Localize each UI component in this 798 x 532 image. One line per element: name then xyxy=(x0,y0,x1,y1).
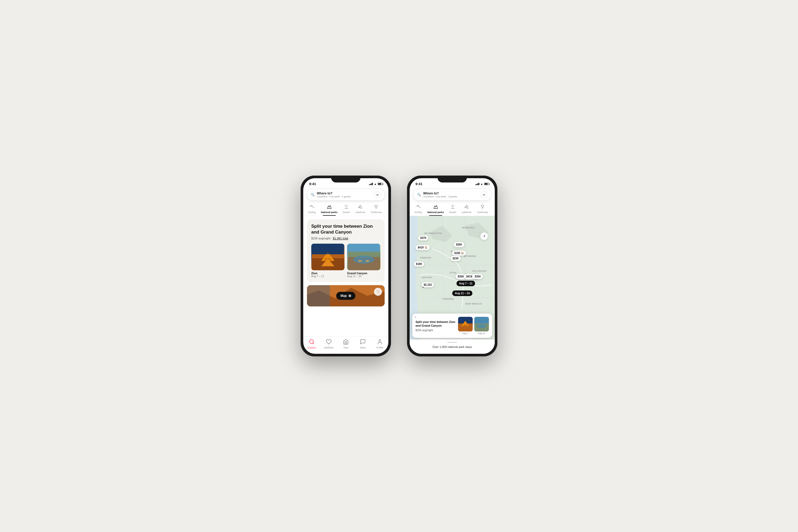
treehouse-icon-right xyxy=(480,204,485,210)
price-2152-label: $2,152 xyxy=(424,283,432,286)
price-pin-185[interactable]: $185 🏠 xyxy=(452,251,466,255)
nav-wishlists-left[interactable]: Wishlists xyxy=(320,339,337,349)
cat-lakefront-left[interactable]: Lakefront xyxy=(353,203,368,216)
categories-left: Surfing National parks Desert xyxy=(303,203,388,216)
price-185-label: $185 xyxy=(454,252,460,254)
map-button-label-left: Map xyxy=(341,294,347,298)
surfing-icon-left xyxy=(309,204,315,210)
search-sub-left: Anywhere · Any week · 2 guests xyxy=(317,195,372,198)
cat-treehouse-left[interactable]: Treehouse xyxy=(368,203,385,216)
signal-bars-right xyxy=(475,183,479,185)
price-376-label: $376 xyxy=(420,236,426,240)
price-pin-235[interactable]: $235 xyxy=(451,256,461,261)
svg-text:WYOMING: WYOMING xyxy=(464,255,476,258)
price-pin-350c[interactable]: $350 xyxy=(473,274,483,279)
itinerary-price-left: $256 avg/night · $1,991 total xyxy=(311,237,380,240)
bar1 xyxy=(369,184,370,185)
map-handle xyxy=(448,342,457,343)
cat-desert-right[interactable]: Desert xyxy=(446,203,459,216)
categories-right: Surfing National parks Desert xyxy=(410,203,495,216)
map-card-close[interactable]: ✕ xyxy=(414,316,417,318)
svg-point-18 xyxy=(379,340,381,342)
status-time-right: 9:41 xyxy=(416,182,422,186)
cat-label-treehouse-right: Treehouse xyxy=(477,211,488,214)
nav-trips-left[interactable]: Trips xyxy=(337,339,354,349)
price-pin-419a[interactable]: $419 🏠 xyxy=(416,245,429,250)
itinerary-total-price-left: $1,991 total xyxy=(333,237,348,240)
map-card-overlay[interactable]: ✕ Split your time between Zion and Grand… xyxy=(412,314,492,338)
cat-label-treehouse-left: Treehouse xyxy=(370,211,382,214)
home-icon-419a: 🏠 xyxy=(424,246,428,249)
cat-label-lakefront-right: Lakefront xyxy=(461,211,472,214)
wishlist-button-left[interactable]: ♡ xyxy=(374,288,382,296)
svg-text:COLORADO: COLORADO xyxy=(472,270,487,272)
nav-label-wishlists-left: Wishlists xyxy=(324,346,334,349)
cat-national-parks-left[interactable]: National parks xyxy=(318,203,340,216)
nav-label-explore-left: Explore xyxy=(308,346,316,349)
map-card-price: $256 avg/night xyxy=(416,329,455,332)
nav-label-trips-left: Trips xyxy=(343,346,348,349)
zion-image xyxy=(311,244,344,270)
status-time-left: 9:41 xyxy=(309,182,316,186)
price-350c-label: $350 xyxy=(475,275,481,278)
cat-label-national-parks-right: National parks xyxy=(428,211,444,214)
map-full[interactable]: WASHINGTON MONTANA OREGON IDAHO WYOMING … xyxy=(410,216,495,354)
price-pin-376[interactable]: $376 xyxy=(418,235,428,241)
signal-bars-left xyxy=(369,183,373,185)
price-419a-label: $419 xyxy=(418,246,423,249)
svg-rect-12 xyxy=(359,260,362,262)
price-pin-2152[interactable]: $2,152 xyxy=(422,282,434,287)
search-bar-right[interactable]: 🔍 Where to? Anywhere · Any week · 2 gues… xyxy=(413,189,491,200)
svg-rect-43 xyxy=(463,325,467,326)
svg-rect-7 xyxy=(312,244,344,254)
map-card-title: Split your time between Zion and Grand C… xyxy=(416,320,455,328)
battery-icon-right xyxy=(484,183,489,185)
destination-images-left: Zion Aug 7 – 11 xyxy=(311,244,380,278)
treehouse-icon-left xyxy=(374,204,379,210)
nav-profile-left[interactable]: Profile xyxy=(371,339,388,349)
price-pin-180[interactable]: $180 xyxy=(414,262,424,267)
battery-fill-right xyxy=(484,183,488,185)
map-card-img-aug11: Aug 11 xyxy=(474,317,489,335)
cat-desert-left[interactable]: Desert xyxy=(340,203,353,216)
date-aug7-11-label: Aug 7 – 11 xyxy=(459,282,472,285)
search-bar-left[interactable]: 🔍 Where to? Anywhere · Any week · 2 gues… xyxy=(307,189,385,200)
cat-treehouse-right[interactable]: Treehouse xyxy=(474,203,491,216)
itinerary-avg-price-left: $256 avg/night xyxy=(311,237,330,240)
rbar1 xyxy=(475,184,476,185)
cat-label-desert-left: Desert xyxy=(343,211,350,214)
surfing-icon-right xyxy=(416,204,421,210)
bar3 xyxy=(371,183,372,185)
nav-label-inbox-left: Inbox xyxy=(360,346,366,349)
search-main-left: Where to? xyxy=(317,191,372,195)
profile-icon-left xyxy=(377,339,383,345)
filter-button-left[interactable]: ⇄ xyxy=(374,191,381,198)
cat-surfing-left[interactable]: Surfing xyxy=(305,203,318,216)
itinerary-card-left[interactable]: Split your time between Zion and Grand C… xyxy=(307,219,385,282)
cat-surfing-right[interactable]: Surfing xyxy=(412,203,425,216)
date-aug11-14-label: Aug 11 – 14 xyxy=(455,292,470,295)
map-card-imgs-wrap: Aug 7 xyxy=(458,317,489,335)
grand-canyon-label: Grand Canyon xyxy=(347,271,380,275)
nav-explore-left[interactable]: Explore xyxy=(303,339,320,349)
status-icons-right: ▲ xyxy=(475,183,489,185)
phone-left: 9:41 ▲ 🔍 Wher xyxy=(301,175,391,357)
date-pin-aug7-11[interactable]: Aug 7 – 11 xyxy=(456,281,475,286)
cat-lakefront-right[interactable]: Lakefront xyxy=(459,203,474,216)
dest-zion[interactable]: Zion Aug 7 – 11 xyxy=(311,244,344,278)
date-pin-aug11-14[interactable]: Aug 11 – 14 xyxy=(452,290,472,296)
filter-button-right[interactable]: ⇄ xyxy=(480,191,487,198)
dest-grand-canyon[interactable]: Grand Canyon Aug 11 – 14 xyxy=(347,244,380,278)
map-card-images: Aug 7 xyxy=(458,317,489,335)
cat-national-parks-right[interactable]: National parks xyxy=(425,203,446,216)
svg-text:ARIZONA: ARIZONA xyxy=(442,298,454,300)
map-button-left[interactable]: Map ⊞ xyxy=(336,292,355,300)
price-pin-350a[interactable]: $350 xyxy=(454,242,464,247)
map-section-left[interactable]: ♡ Map ⊞ xyxy=(307,285,385,306)
nav-inbox-left[interactable]: Inbox xyxy=(354,339,371,349)
cat-label-surfing-right: Surfing xyxy=(414,211,422,214)
price-350b-label: $350 xyxy=(458,275,464,278)
bottom-count-label: Over 1,000 national park stays xyxy=(432,345,472,348)
price-350a-label: $350 xyxy=(456,243,462,246)
main-content-left: Split your time between Zion and Grand C… xyxy=(303,216,388,337)
